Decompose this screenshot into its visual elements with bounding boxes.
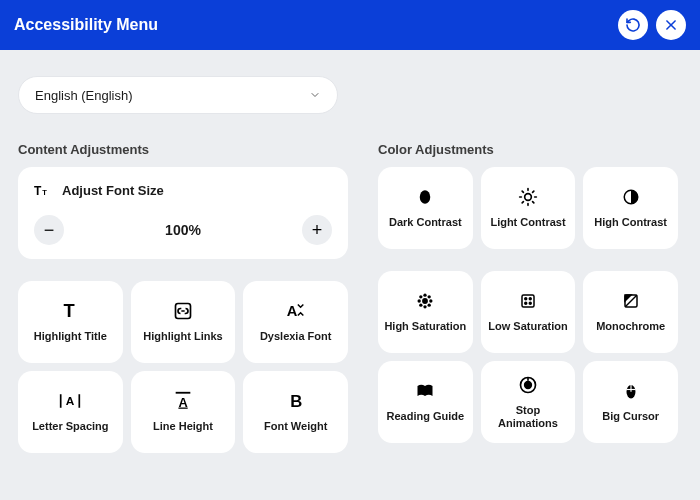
- minus-icon: −: [44, 220, 55, 241]
- tile-label: Line Height: [153, 420, 213, 433]
- close-button[interactable]: [656, 10, 686, 40]
- reset-button[interactable]: [618, 10, 648, 40]
- cursor-icon: [620, 380, 642, 402]
- tile-label: High Contrast: [594, 216, 667, 229]
- svg-text:T: T: [34, 184, 42, 198]
- tile-stop-animations[interactable]: Stop Animations: [481, 361, 576, 443]
- tile-letter-spacing[interactable]: A Letter Spacing: [18, 371, 123, 453]
- close-icon: [660, 14, 682, 36]
- title-icon: T: [59, 300, 81, 322]
- tile-dark-contrast[interactable]: Dark Contrast: [378, 167, 473, 249]
- header-actions: [618, 10, 686, 40]
- plus-icon: +: [312, 220, 323, 241]
- tile-label: Light Contrast: [490, 216, 565, 229]
- low-saturation-icon: [517, 290, 539, 312]
- svg-point-13: [420, 191, 431, 205]
- tile-highlight-links[interactable]: Highlight Links: [131, 281, 236, 363]
- tile-label: Font Weight: [264, 420, 327, 433]
- dark-icon: [414, 186, 436, 208]
- tile-line-height[interactable]: A Line Height: [131, 371, 236, 453]
- tile-big-cursor[interactable]: Big Cursor: [583, 361, 678, 443]
- svg-text:T: T: [42, 188, 47, 197]
- link-icon: [172, 300, 194, 322]
- tile-label: Dark Contrast: [389, 216, 462, 229]
- svg-line-19: [522, 192, 523, 193]
- tile-high-contrast[interactable]: High Contrast: [583, 167, 678, 249]
- svg-point-31: [419, 304, 422, 307]
- svg-line-22: [533, 192, 534, 193]
- font-size-card: TT Adjust Font Size − 100% +: [18, 167, 348, 259]
- tile-monochrome[interactable]: Monochrome: [583, 271, 678, 353]
- tile-dyslexia-font[interactable]: A Dyslexia Font: [243, 281, 348, 363]
- svg-point-27: [418, 300, 421, 303]
- tile-label: High Saturation: [384, 320, 466, 333]
- line-height-icon: A: [172, 390, 194, 412]
- tile-font-weight[interactable]: B Font Weight: [243, 371, 348, 453]
- tile-label: Highlight Links: [143, 330, 222, 343]
- svg-point-24: [422, 298, 428, 304]
- language-selected: English (English): [35, 88, 133, 103]
- contrast-icon: [620, 186, 642, 208]
- svg-line-20: [533, 202, 534, 203]
- svg-point-34: [525, 298, 527, 300]
- light-icon: [517, 186, 539, 208]
- tile-low-saturation[interactable]: Low Saturation: [481, 271, 576, 353]
- svg-point-35: [529, 298, 531, 300]
- svg-line-21: [522, 202, 523, 203]
- font-increase-button[interactable]: +: [302, 215, 332, 245]
- tile-light-contrast[interactable]: Light Contrast: [481, 167, 576, 249]
- tile-label: Low Saturation: [488, 320, 567, 333]
- svg-text:A: A: [66, 395, 75, 409]
- content-adjustments-title: Content Adjustments: [18, 142, 348, 157]
- font-size-value: 100%: [165, 222, 201, 238]
- svg-point-28: [429, 300, 432, 303]
- svg-point-29: [419, 296, 422, 299]
- svg-text:B: B: [290, 392, 302, 411]
- tile-label: Monochrome: [596, 320, 665, 333]
- tile-label: Highlight Title: [34, 330, 107, 343]
- font-size-label: Adjust Font Size: [62, 183, 164, 198]
- font-decrease-button[interactable]: −: [34, 215, 64, 245]
- font-size-icon: TT: [34, 181, 52, 199]
- svg-point-40: [525, 381, 532, 388]
- svg-rect-33: [522, 295, 534, 307]
- reading-guide-icon: [414, 380, 436, 402]
- svg-point-32: [428, 304, 431, 307]
- tile-reading-guide[interactable]: Reading Guide: [378, 361, 473, 443]
- tile-label: Reading Guide: [387, 410, 465, 423]
- svg-point-37: [529, 303, 531, 305]
- svg-text:A: A: [178, 395, 187, 410]
- svg-point-36: [525, 303, 527, 305]
- color-adjustments-section: Color Adjustments Dark Contrast Light Co…: [378, 142, 678, 453]
- letter-spacing-icon: A: [59, 390, 81, 412]
- tile-label: Stop Animations: [485, 404, 572, 430]
- svg-point-25: [424, 294, 427, 297]
- tile-label: Dyslexia Font: [260, 330, 332, 343]
- tile-high-saturation[interactable]: High Saturation: [378, 271, 473, 353]
- svg-point-14: [525, 194, 532, 201]
- svg-text:A: A: [286, 303, 297, 319]
- svg-point-26: [424, 306, 427, 309]
- svg-point-30: [428, 296, 431, 299]
- bold-icon: B: [285, 390, 307, 412]
- header: Accessibility Menu: [0, 0, 700, 50]
- stop-animations-icon: [517, 374, 539, 396]
- tile-highlight-title[interactable]: T Highlight Title: [18, 281, 123, 363]
- chevron-down-icon: [309, 89, 321, 101]
- svg-text:T: T: [64, 301, 75, 322]
- high-saturation-icon: [414, 290, 436, 312]
- content: English (English) Content Adjustments TT…: [0, 50, 700, 471]
- monochrome-icon: [620, 290, 642, 312]
- color-adjustments-title: Color Adjustments: [378, 142, 678, 157]
- tile-label: Letter Spacing: [32, 420, 108, 433]
- tile-label: Big Cursor: [602, 410, 659, 423]
- reset-icon: [622, 14, 644, 36]
- dyslexia-icon: A: [285, 300, 307, 322]
- language-select[interactable]: English (English): [18, 76, 338, 114]
- content-adjustments-section: Content Adjustments TT Adjust Font Size …: [18, 142, 348, 453]
- header-title: Accessibility Menu: [14, 16, 158, 34]
